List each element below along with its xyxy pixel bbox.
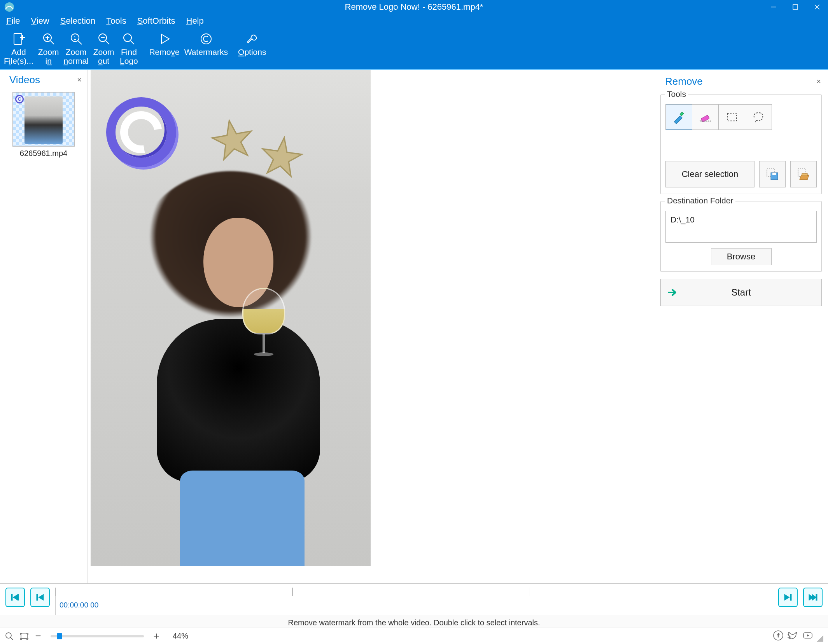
add-file-icon — [12, 31, 26, 47]
tools-legend: Tools — [665, 89, 688, 99]
remove-button[interactable]: Remove — [147, 30, 182, 69]
toolbar: AddFile(s)... Zoomin 1 Zoomnormal Zoomou… — [0, 28, 828, 70]
fullscreen-icon[interactable] — [19, 631, 30, 642]
save-selection-button[interactable] — [759, 161, 786, 187]
zoom-out-icon — [97, 31, 111, 47]
svg-rect-2 — [793, 5, 798, 9]
load-selection-button[interactable] — [790, 161, 817, 187]
start-label: Start — [731, 287, 751, 298]
twitter-icon[interactable] — [788, 630, 798, 642]
menu-view[interactable]: View — [31, 16, 49, 26]
next-frame-button[interactable] — [778, 588, 798, 607]
zoom-in-icon — [42, 31, 56, 47]
zoom-in-button[interactable]: Zoomin — [36, 30, 61, 69]
video-thumbnail-list: C 6265961.mp4 — [0, 88, 87, 162]
svg-rect-28 — [727, 113, 737, 121]
seek-end-button[interactable] — [803, 588, 823, 607]
copyright-icon — [199, 31, 213, 47]
minimize-button[interactable] — [763, 0, 784, 14]
videos-panel: Videos × C 6265961.mp4 — [0, 70, 88, 583]
remove-panel: Remove × Tools Clear selection — [654, 70, 828, 583]
window-title: Remove Logo Now! - 6265961.mp4* — [345, 2, 483, 12]
preview-area[interactable] — [88, 70, 654, 583]
window-controls — [763, 0, 828, 14]
videos-panel-close[interactable]: × — [77, 75, 82, 84]
svg-marker-23 — [259, 135, 304, 177]
svg-rect-5 — [14, 33, 22, 44]
youtube-icon[interactable] — [802, 630, 813, 642]
svg-rect-34 — [11, 594, 12, 600]
svg-marker-37 — [13, 594, 18, 600]
svg-rect-44 — [816, 594, 817, 600]
title-bar: Remove Logo Now! - 6265961.mp4* — [0, 0, 828, 14]
svg-point-21 — [201, 34, 211, 44]
svg-line-46 — [11, 637, 13, 640]
svg-marker-50 — [807, 634, 809, 637]
remove-panel-title: Remove — [665, 75, 703, 88]
video-thumbnail[interactable]: C 6265961.mp4 — [12, 92, 75, 158]
svg-point-18 — [124, 34, 131, 42]
zoom-minus[interactable]: − — [33, 630, 43, 642]
marker-tool[interactable] — [666, 105, 692, 130]
tools-fieldset: Tools Clear selection — [660, 94, 822, 194]
options-button[interactable]: Options — [236, 30, 268, 69]
remove-panel-close[interactable]: × — [816, 77, 821, 86]
add-files-button[interactable]: AddFile(s)... — [2, 30, 36, 69]
destination-path[interactable]: D:\_10 — [665, 211, 817, 243]
social-links — [773, 630, 823, 642]
status-bar: − + 44% — [0, 628, 828, 644]
timeline-track[interactable]: 00:00:00 00 — [55, 588, 773, 615]
clear-selection-button[interactable]: Clear selection — [665, 161, 754, 187]
resize-grip[interactable] — [817, 635, 823, 642]
videos-panel-title: Videos — [9, 74, 40, 86]
browse-button[interactable]: Browse — [711, 248, 772, 265]
videos-panel-header: Videos × — [0, 70, 87, 88]
svg-text:1: 1 — [74, 35, 76, 41]
svg-line-13 — [78, 41, 82, 44]
facebook-icon[interactable] — [773, 630, 784, 642]
rectangle-select-tool[interactable] — [719, 105, 745, 130]
find-logo-button[interactable]: FindLogo — [116, 30, 141, 69]
close-button[interactable] — [806, 0, 828, 14]
maximize-button[interactable] — [784, 0, 806, 14]
svg-point-45 — [6, 633, 11, 638]
start-button[interactable]: Start — [660, 279, 822, 306]
svg-rect-41 — [790, 594, 791, 600]
destination-legend: Destination Folder — [665, 196, 735, 205]
star-decoration — [208, 115, 257, 164]
play-icon — [158, 31, 172, 47]
eraser-tool[interactable] — [692, 105, 719, 130]
seek-start-button[interactable] — [5, 588, 25, 607]
svg-rect-25 — [680, 112, 684, 116]
fit-window-icon[interactable] — [4, 631, 15, 642]
zoom-normal-icon: 1 — [69, 31, 83, 47]
svg-rect-33 — [802, 173, 807, 176]
zoom-normal-button[interactable]: 1 Zoomnormal — [61, 30, 91, 69]
start-arrow-icon — [664, 287, 682, 298]
menu-tools[interactable]: Tools — [106, 16, 126, 26]
watermarks-button[interactable]: Watermarks — [182, 30, 230, 69]
svg-point-0 — [5, 2, 14, 12]
svg-line-19 — [131, 41, 134, 44]
menu-selection[interactable]: Selection — [60, 16, 96, 26]
destination-fieldset: Destination Folder D:\_10 Browse — [660, 201, 822, 272]
zoom-out-button[interactable]: Zoomout — [91, 30, 117, 69]
svg-marker-43 — [812, 594, 816, 600]
tool-row — [665, 104, 772, 130]
svg-line-9 — [51, 41, 54, 44]
lasso-tool[interactable] — [745, 105, 772, 130]
prev-frame-button[interactable] — [30, 588, 50, 607]
svg-rect-31 — [772, 173, 776, 175]
zoom-plus[interactable]: + — [152, 630, 161, 642]
zoom-slider[interactable] — [51, 635, 144, 637]
menu-help[interactable]: Help — [186, 16, 203, 26]
svg-rect-47 — [21, 634, 27, 639]
menu-bar: File View Selection Tools SoftOrbits Hel… — [0, 14, 828, 28]
app-icon — [3, 1, 16, 13]
menu-softorbits[interactable]: SoftOrbits — [137, 16, 175, 26]
star-decoration — [257, 133, 306, 181]
svg-rect-24 — [674, 116, 682, 124]
zoom-value: 44% — [173, 632, 188, 640]
thumbnail-image: C — [12, 92, 75, 147]
menu-file[interactable]: File — [6, 16, 20, 26]
